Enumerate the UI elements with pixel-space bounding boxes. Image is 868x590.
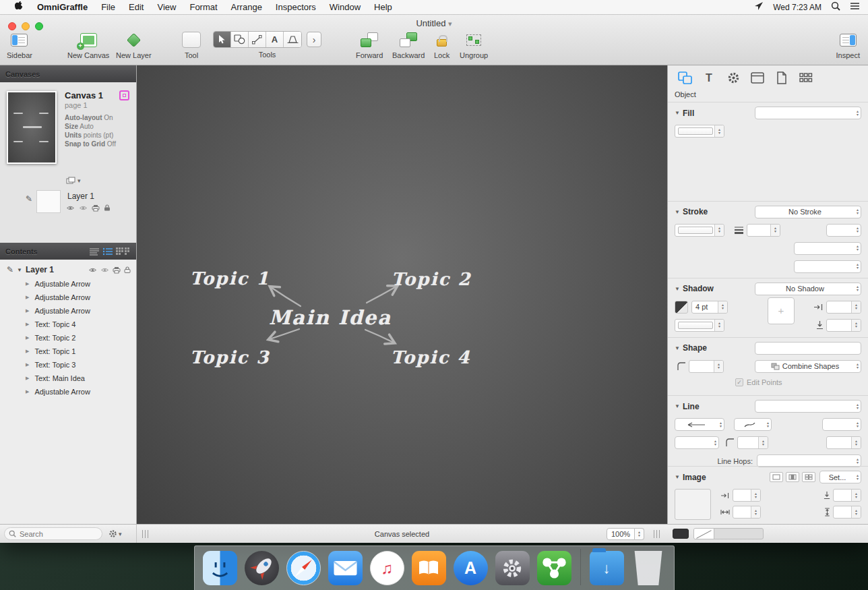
toolbar-new-layer-button[interactable]: New Layer: [116, 31, 152, 59]
dock-itunes-icon[interactable]: ♫: [370, 551, 404, 585]
line-end-arrowhead-popup[interactable]: [822, 418, 861, 431]
node-topic-4[interactable]: Topic 4: [391, 347, 471, 367]
line-curve-popup[interactable]: [734, 418, 772, 431]
artboard-tool-button[interactable]: [284, 32, 301, 47]
disclosure-closed-icon[interactable]: ▶: [26, 308, 29, 314]
edit-points-checkbox[interactable]: ✓: [735, 378, 743, 386]
list-view-icon[interactable]: [89, 247, 100, 256]
disclosure-open-icon[interactable]: ▼: [675, 474, 680, 480]
dock-appstore-icon[interactable]: A: [454, 551, 488, 585]
dock-omnigraffle-icon[interactable]: [537, 551, 571, 585]
spotlight-icon[interactable]: [831, 1, 840, 13]
image-offset-x-field[interactable]: [733, 489, 761, 502]
stroke-corner-popup[interactable]: [794, 242, 861, 255]
disclosure-closed-icon[interactable]: ▶: [26, 335, 29, 341]
preview-eye-icon[interactable]: [100, 267, 109, 273]
disclosure-open-icon[interactable]: ▼: [17, 267, 22, 273]
tab-type-inspector[interactable]: T: [702, 71, 716, 86]
disclosure-closed-icon[interactable]: ▶: [26, 349, 29, 354]
tree-layer-label[interactable]: Layer 1: [26, 265, 54, 274]
tree-item[interactable]: ▶Text: Topic 1: [0, 345, 136, 358]
pane-resize-grip[interactable]: [654, 530, 660, 538]
combine-shapes-popup[interactable]: Combine Shapes: [755, 360, 861, 373]
canvas-list-item[interactable]: Canvas 1 page 1 Auto-layout On Size Auto…: [0, 82, 136, 243]
tree-item[interactable]: ▶Text: Main Idea: [0, 372, 136, 385]
node-topic-2[interactable]: Topic 2: [392, 269, 472, 289]
layer-thumbnail[interactable]: [36, 190, 61, 213]
dock-system-preferences-icon[interactable]: [495, 551, 530, 585]
shadow-offset-y-field[interactable]: [826, 319, 861, 332]
drawing-canvas[interactable]: Topic 1 Topic 2 Main Idea Topic 3 Topic …: [137, 65, 667, 524]
menu-arrange[interactable]: Arrange: [224, 2, 269, 12]
disclosure-closed-icon[interactable]: ▶: [26, 362, 29, 367]
tree-item[interactable]: ▶Text: Topic 4: [0, 318, 136, 331]
tree-item[interactable]: ▶Adjustable Arrow: [0, 291, 136, 304]
toolbar-sidebar-button[interactable]: Sidebar: [7, 31, 32, 59]
toolbar-forward-button[interactable]: Forward: [356, 31, 383, 59]
menubar-clock[interactable]: Wed 7:23 AM: [773, 3, 822, 12]
line-jump-field[interactable]: [826, 436, 861, 449]
sidebar-action-menu[interactable]: ▾: [108, 529, 122, 538]
print-icon[interactable]: [113, 266, 121, 274]
line-start-arrowhead-popup[interactable]: [675, 418, 724, 431]
shadow-offset-pad[interactable]: [768, 297, 795, 324]
zoom-control[interactable]: 100% ▲▼: [607, 528, 644, 540]
line-tool-button[interactable]: [249, 32, 266, 47]
layers-disclosure-button[interactable]: ▾: [66, 177, 81, 184]
app-menu[interactable]: OmniGraffle: [30, 2, 94, 12]
shape-name-field[interactable]: [755, 342, 861, 355]
stroke-width-field[interactable]: [747, 224, 780, 237]
location-services-icon[interactable]: [754, 1, 764, 13]
line-stroke-popup[interactable]: [675, 436, 719, 449]
zoom-value[interactable]: 100%: [607, 528, 635, 540]
menu-edit[interactable]: Edit: [122, 2, 150, 12]
outline-view-icon[interactable]: [102, 247, 113, 256]
dock-ibooks-icon[interactable]: [412, 551, 446, 585]
fill-quick-swatch[interactable]: [673, 529, 689, 539]
shadow-offset-x-field[interactable]: [826, 301, 861, 314]
tab-object-inspector[interactable]: [677, 71, 692, 86]
print-icon[interactable]: [92, 204, 100, 212]
disclosure-open-icon[interactable]: ▼: [675, 286, 680, 292]
stroke-color-well[interactable]: [675, 224, 724, 237]
line-radius-field[interactable]: [737, 436, 768, 449]
image-offset-y-field[interactable]: [833, 489, 861, 502]
toolbar-ungroup-button[interactable]: Ungroup: [460, 31, 488, 59]
pane-resize-grip[interactable]: [142, 530, 149, 538]
lock-small-icon[interactable]: [104, 204, 111, 212]
disclosure-closed-icon[interactable]: ▶: [26, 376, 29, 381]
lock-small-icon[interactable]: [124, 266, 131, 274]
toolbar-tool-button[interactable]: Tool: [182, 31, 201, 59]
toolbar-backward-button[interactable]: Backward: [392, 31, 425, 59]
dock-trash-icon[interactable]: [631, 551, 666, 585]
image-well[interactable]: [675, 489, 711, 520]
canvas-name[interactable]: Canvas 1: [65, 90, 103, 100]
image-scale-x-field[interactable]: [733, 506, 761, 519]
stroke-style-popup[interactable]: [826, 224, 861, 237]
menu-help[interactable]: Help: [367, 2, 399, 12]
stroke-quick-swatch[interactable]: [693, 528, 764, 539]
notification-center-icon[interactable]: [850, 2, 860, 12]
tree-item[interactable]: ▶Adjustable Arrow: [0, 304, 136, 318]
shadow-color-well[interactable]: [675, 319, 724, 332]
tree-item[interactable]: ▶Text: Topic 3: [0, 358, 136, 372]
disclosure-closed-icon[interactable]: ▶: [26, 281, 29, 287]
image-mode-tile-button[interactable]: [802, 472, 815, 482]
canvas-thumbnail[interactable]: [7, 91, 57, 164]
disclosure-closed-icon[interactable]: ▶: [26, 389, 29, 394]
tab-document-inspector[interactable]: [774, 71, 789, 86]
text-tool-button[interactable]: A: [266, 32, 284, 47]
preview-eye-icon[interactable]: [79, 205, 88, 211]
zoom-stepper[interactable]: ▲▼: [635, 528, 644, 540]
menu-inspectors[interactable]: Inspectors: [269, 2, 323, 12]
search-input[interactable]: [4, 527, 102, 540]
dock-mail-icon[interactable]: [328, 551, 363, 585]
dock-downloads-icon[interactable]: ↓: [590, 551, 624, 585]
tab-stencils-inspector[interactable]: [799, 71, 813, 86]
dock-finder-icon[interactable]: [203, 551, 237, 585]
stroke-join-popup[interactable]: [794, 260, 861, 273]
disclosure-open-icon[interactable]: ▼: [675, 403, 680, 409]
disclosure-open-icon[interactable]: ▼: [675, 110, 680, 116]
node-topic-1[interactable]: Topic 1: [190, 268, 270, 289]
selection-tool-button[interactable]: [214, 32, 231, 47]
